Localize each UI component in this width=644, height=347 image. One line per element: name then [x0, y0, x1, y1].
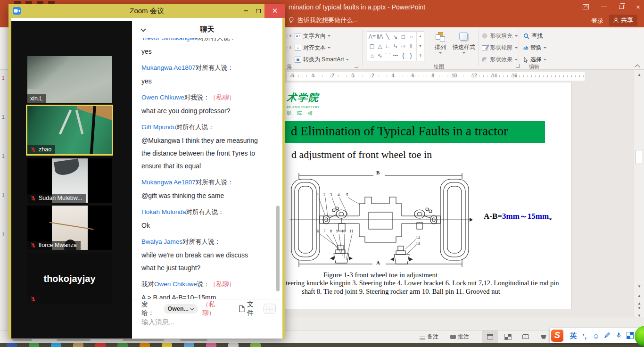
zoom-maximize-button[interactable] — [252, 9, 264, 13]
participant-tile-zhao[interactable]: zhao — [26, 105, 113, 156]
chat-scrollbar-thumb[interactable] — [276, 206, 280, 291]
sogou-input-bar[interactable]: S 英 ’, ☺ — [550, 328, 644, 343]
shape-effects-button[interactable]: 形状效果 — [482, 56, 518, 64]
shape-down-arrow-icon[interactable]: ⇩ — [407, 41, 415, 51]
shape-elbow-arrow-connector-icon[interactable]: ↳ — [392, 41, 400, 51]
chat-message-input[interactable] — [141, 318, 269, 326]
taskbar-app-icon[interactable] — [117, 343, 128, 347]
scroll-up-icon[interactable]: ▲ — [636, 71, 643, 79]
shape-elbow-connector-icon[interactable]: ∟ — [384, 41, 392, 51]
taskbar-app-icon[interactable] — [206, 343, 216, 347]
taskbar-app-icon[interactable] — [73, 343, 83, 347]
ruler-number: 6 — [291, 73, 294, 78]
pen-icon[interactable] — [602, 332, 613, 340]
shape-oval-icon[interactable]: ○ — [407, 32, 415, 41]
shape-freeform-icon[interactable]: ⌂ — [368, 51, 376, 60]
align-text-button[interactable]: ≡ 对齐文本 — [295, 44, 330, 52]
close-button[interactable]: × — [636, 3, 640, 10]
sogou-logo-icon[interactable]: S — [551, 330, 563, 342]
shape-right-arrow-icon[interactable]: ⇨ — [399, 41, 407, 51]
slide-canvas[interactable]: 术学院 RE AND FORESTRY 职 院 校 d Elimination … — [255, 83, 571, 309]
taskbar-app-icon[interactable] — [51, 343, 61, 347]
find-button[interactable]: 查找 — [523, 32, 543, 40]
zoom-close-button[interactable]: ✕ — [264, 4, 285, 18]
paragraph-dialog-launcher-icon[interactable] — [355, 64, 358, 68]
taskbar-app-icon[interactable] — [95, 343, 106, 347]
shapes-scroll-down-icon[interactable]: ▼ — [417, 41, 424, 51]
zoom-minimize-button[interactable]: – — [240, 7, 252, 15]
shape-arc-icon[interactable]: ⌒ — [384, 51, 392, 60]
convert-smartart-button[interactable]: ▣ 转换为 SmartArt — [295, 56, 349, 64]
send-to-dropdown[interactable]: Owen... — [164, 304, 198, 314]
toe-in-dimension-note: A-B=3mm～15mm。 — [484, 211, 557, 222]
slide-title-banner[interactable]: d Elimination of Typical Faults in a tra… — [255, 121, 545, 143]
sign-in-button[interactable]: 登录 — [591, 17, 603, 25]
shape-arrow-icon[interactable]: ↘ — [392, 32, 400, 41]
language-mode-button[interactable]: 英 — [568, 331, 579, 340]
text-direction-button[interactable]: A↕ 文字方向 — [295, 32, 330, 40]
notes-button[interactable]: 备注 — [420, 333, 438, 341]
toolbox-grid-icon[interactable] — [624, 332, 636, 340]
shapes-more-icon[interactable]: ⊽ — [417, 51, 424, 61]
participant-tile-xinl[interactable]: xin.L — [27, 56, 112, 103]
slideshow-view-button[interactable] — [536, 330, 552, 343]
participant-tile-lforce[interactable]: lforce Mwanza — [27, 206, 112, 250]
taskbar-app-icon[interactable] — [184, 343, 194, 347]
slide-sorter-view-button[interactable] — [500, 330, 516, 343]
participant-tile-sudan[interactable]: Sudan Mulebw... — [27, 158, 112, 203]
ribbon-display-options-icon[interactable] — [583, 4, 589, 9]
taskbar-app-icon[interactable] — [29, 343, 39, 347]
taskbar-app-icon[interactable] — [250, 343, 261, 347]
shape-line-icon[interactable]: ╲ — [384, 32, 392, 41]
punctuation-mode-icon[interactable]: ’, — [579, 332, 590, 340]
restore-button[interactable] — [619, 5, 624, 9]
muted-mic-icon — [30, 147, 36, 153]
ruler-number: 14 — [492, 73, 497, 78]
shape-outline-button[interactable]: 形状轮廓 — [482, 44, 518, 52]
shape-triangle-icon[interactable]: △ — [376, 41, 384, 51]
arrange-button[interactable]: 排列 — [428, 31, 453, 55]
zoom-titlebar[interactable]: Zoom 会议 – ✕ — [8, 4, 285, 18]
shape-left-brace-icon[interactable]: { — [399, 51, 407, 60]
chat-message-sender-line: Hokah Mulonda对所有人说： — [141, 208, 268, 216]
shape-fill-button[interactable]: 形状填充 — [482, 32, 518, 40]
window-title: mination of typical faults in a.pptx - P… — [289, 3, 425, 11]
tell-me-box[interactable]: 告诉我您想要做什么... — [289, 16, 358, 25]
comments-button[interactable]: 批注 — [450, 333, 469, 341]
chat-more-button[interactable]: ··· — [264, 304, 276, 314]
shape-rectangle-icon[interactable]: □ — [399, 32, 407, 41]
replace-button[interactable]: ab 替换 — [523, 44, 546, 52]
participant-tile-thokojayjay[interactable]: thokojayjay — [27, 253, 112, 304]
scroll-down-icon[interactable]: ▼ — [636, 283, 643, 290]
previous-slide-icon[interactable]: ▲▲ — [636, 292, 643, 300]
shape-right-brace-icon[interactable]: } — [407, 51, 415, 60]
taskbar-app-icon[interactable] — [140, 343, 150, 347]
quick-styles-button[interactable]: 快速样式 — [452, 31, 476, 55]
taskbar-app-icon[interactable] — [162, 343, 172, 347]
collapse-ribbon-icon[interactable] — [635, 64, 640, 69]
shapes-scroll-up-icon[interactable]: ▲ — [417, 32, 424, 41]
taskbar-app-icon[interactable] — [7, 343, 17, 347]
shape-scribble-icon[interactable]: ∿ — [376, 51, 384, 60]
emoji-icon[interactable]: ☺ — [590, 332, 602, 340]
taskbar-app-icon[interactable] — [228, 343, 239, 347]
chat-title: 聊天 — [132, 25, 282, 34]
shape-rounded-rectangle-icon[interactable]: ▢ — [368, 41, 376, 51]
shape-vertical-text-box-icon[interactable]: ‖A — [376, 32, 384, 41]
minimize-button[interactable] — [601, 7, 607, 7]
shape-curve-icon[interactable]: 〜 — [392, 51, 400, 60]
normal-view-button[interactable] — [482, 330, 498, 343]
reading-view-button[interactable] — [518, 330, 534, 343]
part-number-label: 1 — [317, 192, 319, 197]
next-slide-icon[interactable]: ▼▼ — [636, 305, 643, 312]
chat-messages[interactable]: Trevor Simukangwe对所有人说：yesMukangwa Ae180… — [132, 38, 282, 299]
select-button[interactable]: 选择 — [523, 56, 546, 64]
share-button[interactable]: 共享 — [609, 15, 637, 26]
shape-text-box-icon[interactable]: A≡ — [368, 32, 376, 41]
ruler-number: 4 — [312, 73, 314, 78]
vertical-scrollbar[interactable]: ▲ ▼ ▲▲ ▼▼ — [634, 70, 644, 317]
microphone-icon[interactable] — [613, 332, 624, 340]
windows-taskbar[interactable] — [0, 343, 644, 347]
send-file-button[interactable]: 文件 — [239, 300, 259, 317]
scrollbar-thumb[interactable] — [636, 150, 643, 164]
